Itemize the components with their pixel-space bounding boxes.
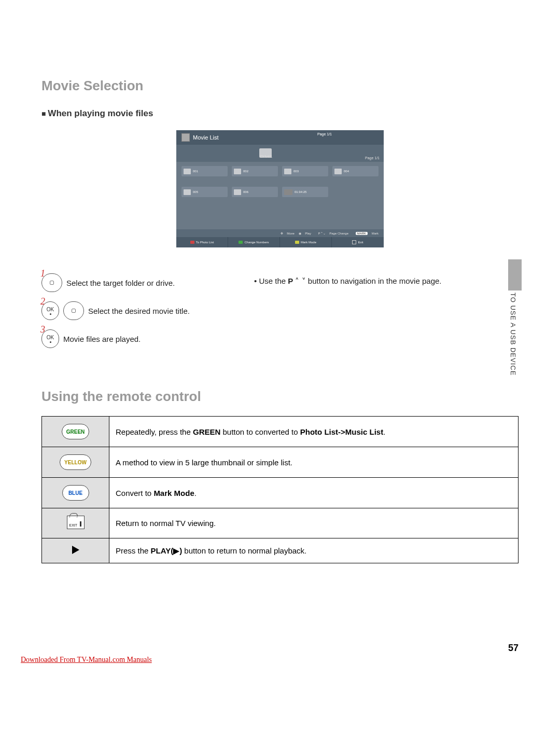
list-item: 005 xyxy=(181,187,228,197)
table-row: BLUE Convert to Mark Mode. xyxy=(42,478,519,508)
green-button-icon: GREEN xyxy=(62,424,90,439)
exit-desc: Return to normal TV viewing. xyxy=(109,508,519,538)
download-source-link[interactable]: Downloaded From TV-Manual.com Manuals xyxy=(21,656,152,664)
table-row: Press the PLAY(▶) button to return to no… xyxy=(42,538,519,563)
list-item: 004 xyxy=(332,166,379,176)
blue-desc: Convert to Mark Mode. xyxy=(109,478,519,508)
step-number: 3 xyxy=(40,324,45,335)
folder-icon xyxy=(284,169,291,174)
page-indicator-sub: Page 1/1 xyxy=(365,156,380,160)
table-row: YELLOW A method to view in 5 large thumb… xyxy=(42,447,519,478)
list-item: 002 xyxy=(232,166,278,176)
blue-button-icon: BLUE xyxy=(62,485,89,501)
step-3: 3 OK Movie files are played. xyxy=(41,329,239,348)
folder-icon xyxy=(334,169,342,174)
folder-icon xyxy=(184,169,191,174)
step-text: Select the desired movie title. xyxy=(88,307,190,315)
bottom-bar: To Photo List Change Numbers Mark Mode E… xyxy=(176,237,384,247)
movie-list-screen: Movie List Page 1/1 Drive1 Page 1/1 001 … xyxy=(176,130,384,247)
section-title: Movie Selection xyxy=(41,78,519,94)
side-tab-text: TO USE A USB DEVICE xyxy=(509,293,517,376)
list-item: 006 xyxy=(232,187,278,197)
section-title-2: Using the remote control xyxy=(41,389,519,405)
hint-bar: ✥ Move ◉ Play P⌃⌄ Page Change MARK Mark xyxy=(176,229,384,237)
list-item: 001 xyxy=(181,166,228,176)
exit-icon xyxy=(352,240,356,244)
movie-thumb-icon xyxy=(284,189,292,195)
nav-button xyxy=(63,301,84,320)
subsection-title: When playing movie files xyxy=(41,108,519,119)
yellow-desc: A method to view in 5 large thumbnail or… xyxy=(109,447,519,478)
remote-control-table: GREEN Repeatedly, press the GREEN button… xyxy=(41,416,519,563)
film-icon xyxy=(181,133,190,142)
step-2: 2 OK Select the desired movie title. xyxy=(41,301,239,320)
dpad-icon xyxy=(68,305,79,316)
exit-button-icon: EXIT xyxy=(67,516,85,529)
red-chip-icon xyxy=(190,241,194,244)
green-chip-icon xyxy=(239,241,243,244)
step-text: Movie files are played. xyxy=(63,335,141,343)
step-number: 1 xyxy=(40,268,45,279)
step-1: 1 Select the target folder or drive. xyxy=(41,273,239,292)
yellow-button-icon: YELLOW xyxy=(60,454,91,470)
list-item: 01:34:25 xyxy=(282,187,328,197)
side-tab-marker xyxy=(508,259,522,290)
play-desc: Press the PLAY(▶) button to return to no… xyxy=(109,538,519,563)
dpad-icon xyxy=(46,277,58,288)
step-text: Select the target folder or drive. xyxy=(66,279,175,287)
list-item: 003 xyxy=(282,166,328,176)
folder-icon xyxy=(234,169,241,174)
green-desc: Repeatedly, press the GREEN button to co… xyxy=(109,417,519,447)
page-number: 57 xyxy=(508,643,519,654)
usage-note: • Use the P ˄ ˅ button to navigation in … xyxy=(254,273,519,289)
play-icon xyxy=(72,546,79,554)
folder-icon xyxy=(234,189,241,195)
table-row: GREEN Repeatedly, press the GREEN button… xyxy=(42,417,519,447)
step-number: 2 xyxy=(40,296,45,307)
table-row: EXIT Return to normal TV viewing. xyxy=(42,508,519,538)
section-side-tab: TO USE A USB DEVICE xyxy=(506,259,522,415)
screen-title: Movie List xyxy=(193,134,219,141)
drive-label: Drive1 xyxy=(260,154,272,159)
folder-icon xyxy=(184,189,191,195)
yellow-chip-icon xyxy=(295,241,299,244)
page-indicator-top: Page 1/1 xyxy=(317,132,332,136)
